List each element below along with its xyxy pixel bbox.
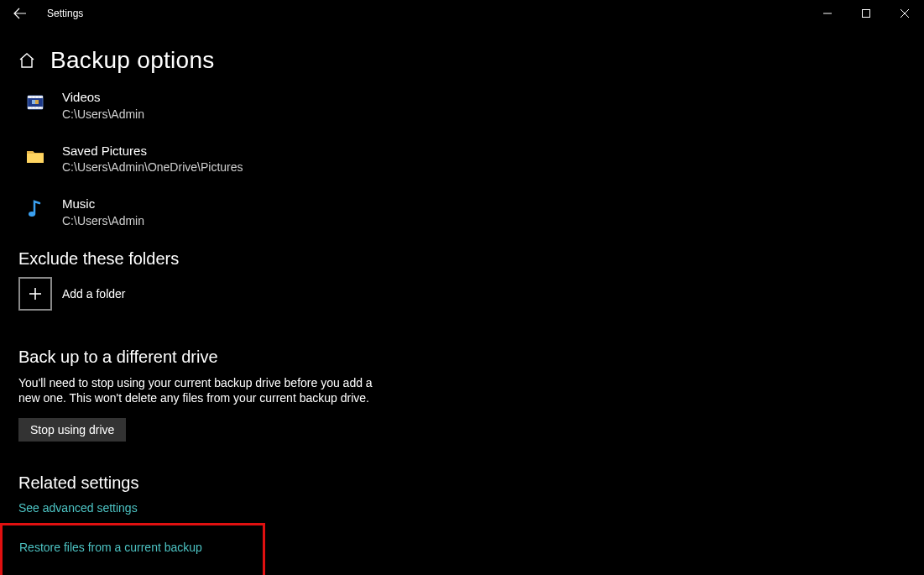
highlighted-restore-link-box: Restore files from a current backup	[0, 523, 265, 575]
video-folder-icon	[25, 92, 45, 112]
backup-folder-item[interactable]: Music C:\Users\Admin	[25, 196, 924, 227]
svg-rect-9	[36, 97, 38, 98]
add-folder-button[interactable]	[18, 277, 52, 311]
back-button[interactable]	[0, 0, 40, 27]
add-folder-row[interactable]: Add a folder	[18, 277, 924, 311]
plus-icon	[29, 287, 42, 301]
folder-icon	[25, 146, 45, 166]
folder-path: C:\Users\Admin\OneDrive\Pictures	[62, 160, 243, 174]
see-advanced-settings-link[interactable]: See advanced settings	[18, 501, 924, 515]
stop-using-drive-button[interactable]: Stop using drive	[18, 418, 126, 442]
different-drive-title: Back up to a different drive	[18, 348, 924, 367]
svg-rect-1	[863, 10, 870, 18]
restore-files-link[interactable]: Restore files from a current backup	[19, 541, 246, 554]
page-header: Backup options	[18, 47, 924, 74]
svg-rect-8	[33, 97, 34, 98]
window-controls	[808, 0, 924, 27]
minimize-icon	[823, 9, 832, 18]
folder-path: C:\Users\Admin	[62, 107, 144, 121]
svg-rect-7	[29, 97, 31, 98]
svg-rect-14	[39, 107, 41, 109]
home-icon[interactable]	[18, 52, 35, 69]
titlebar: Settings	[0, 0, 924, 27]
close-icon	[901, 9, 909, 18]
svg-rect-12	[33, 107, 34, 109]
minimize-button[interactable]	[808, 0, 847, 27]
music-icon	[25, 199, 45, 219]
folder-name: Videos	[62, 89, 144, 106]
folder-name: Saved Pictures	[62, 143, 243, 159]
different-drive-description: You'll need to stop using your current b…	[18, 375, 378, 407]
folder-path: C:\Users\Admin	[62, 214, 144, 227]
related-settings-title: Related settings	[18, 473, 924, 493]
add-folder-label: Add a folder	[62, 287, 126, 301]
arrow-left-icon	[13, 7, 27, 20]
related-settings-section: Related settings See advanced settings R…	[18, 473, 924, 575]
svg-rect-11	[29, 107, 31, 109]
svg-rect-16	[35, 100, 39, 104]
svg-rect-13	[36, 107, 38, 109]
content-area: Backup options Videos C:\Users\Admin Sav…	[0, 47, 924, 575]
svg-rect-10	[39, 97, 41, 98]
maximize-button[interactable]	[847, 0, 885, 27]
page-title: Backup options	[50, 47, 215, 74]
folder-name: Music	[62, 196, 144, 212]
exclude-folders-title: Exclude these folders	[18, 249, 924, 269]
backup-folder-item[interactable]: Saved Pictures C:\Users\Admin\OneDrive\P…	[25, 143, 924, 175]
close-button[interactable]	[885, 0, 924, 27]
app-title: Settings	[47, 8, 83, 19]
different-drive-section: Back up to a different drive You'll need…	[18, 348, 924, 442]
backup-folder-item[interactable]: Videos C:\Users\Admin	[25, 89, 924, 121]
maximize-icon	[862, 9, 870, 18]
